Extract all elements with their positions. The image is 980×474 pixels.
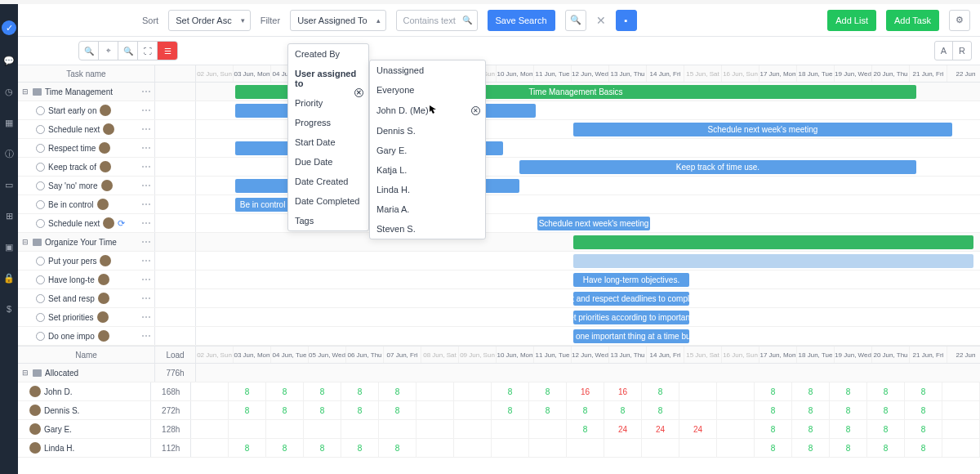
clear-option-icon[interactable]: ✕ — [471, 106, 480, 115]
list-view-icon[interactable]: ☰ — [158, 42, 177, 60]
status-circle-icon[interactable] — [36, 313, 45, 322]
avatar[interactable] — [100, 161, 111, 172]
task-bar[interactable]: Schedule next week's meeting — [537, 217, 650, 230]
more-icon[interactable]: ⋯ — [141, 217, 151, 229]
collapse-icon[interactable]: ⊟ — [21, 369, 29, 377]
avatar[interactable] — [29, 442, 41, 454]
user-option[interactable]: Gary E. — [370, 141, 485, 160]
search-toggle-icon[interactable]: 🔍 — [565, 10, 586, 31]
task-bar[interactable]: Schedule next week's meeting — [573, 123, 952, 136]
filter-option[interactable]: Date Created — [288, 172, 368, 191]
avatar[interactable] — [99, 142, 110, 154]
filter-option[interactable]: Progress — [288, 113, 368, 132]
nav-folder-icon[interactable]: ▭ — [3, 179, 15, 190]
collapse-icon[interactable]: ⊟ — [21, 87, 29, 96]
add-list-button[interactable]: Add List — [827, 10, 876, 31]
avatar[interactable] — [98, 293, 109, 304]
status-circle-icon[interactable] — [36, 332, 45, 341]
avatar[interactable] — [29, 423, 41, 435]
user-option[interactable]: Steven S. — [370, 219, 485, 239]
nav-calendar-icon[interactable]: ▦ — [3, 117, 15, 128]
nav-contact-icon[interactable]: ▣ — [3, 241, 15, 253]
more-icon[interactable]: ⋯ — [141, 161, 151, 172]
more-icon[interactable]: ⋯ — [141, 123, 151, 135]
user-option[interactable]: Unassigned — [370, 60, 485, 80]
filter-select[interactable]: User Assigned To▴ — [290, 10, 385, 31]
status-circle-icon[interactable] — [36, 257, 45, 266]
task-bar[interactable]: Keep track of time use. — [519, 160, 916, 174]
avatar[interactable] — [101, 180, 113, 191]
avatar[interactable] — [103, 217, 114, 229]
bookmark-icon[interactable]: ▪ — [616, 10, 637, 31]
nav-dollar-icon[interactable]: $ — [3, 303, 15, 315]
status-circle-icon[interactable] — [36, 106, 45, 115]
more-icon[interactable]: ⋯ — [141, 142, 151, 154]
status-circle-icon[interactable] — [36, 219, 45, 228]
add-task-button[interactable]: Add Task — [886, 10, 939, 31]
more-icon[interactable]: ⋯ — [141, 180, 151, 191]
status-circle-icon[interactable] — [36, 144, 45, 153]
filter-option[interactable]: Tags — [288, 211, 368, 230]
filter-option[interactable]: Created By — [288, 44, 368, 64]
nav-check-icon[interactable]: ✓ — [2, 20, 16, 35]
task-bar[interactable]: Do one important thing at a time but n — [573, 329, 689, 343]
status-circle-icon[interactable] — [36, 163, 45, 172]
avatar[interactable] — [97, 311, 109, 323]
sort-select[interactable]: Set Order Asc▾ — [168, 10, 250, 31]
user-option[interactable]: Everyone — [370, 80, 485, 100]
user-option[interactable]: Maria A. — [370, 199, 485, 219]
more-icon[interactable]: ⋯ — [141, 255, 151, 266]
nav-lock-icon[interactable]: 🔒 — [3, 272, 15, 284]
toggle-r[interactable]: R — [953, 42, 971, 60]
avatar[interactable] — [98, 330, 109, 342]
search-input[interactable]: Contains text🔍 — [396, 10, 478, 31]
nav-clock-icon[interactable]: ◷ — [3, 86, 15, 97]
status-circle-icon[interactable] — [36, 181, 45, 190]
more-icon[interactable]: ⋯ — [141, 293, 151, 304]
task-bar[interactable]: Set priorities according to importance — [573, 311, 689, 324]
group-bar[interactable] — [573, 235, 973, 249]
task-bar[interactable] — [573, 254, 973, 268]
user-option[interactable]: Dennis S. — [370, 121, 485, 141]
filter-option[interactable]: Priority — [288, 93, 368, 113]
more-icon[interactable]: ⋯ — [141, 86, 151, 97]
avatar[interactable] — [29, 405, 41, 416]
user-option[interactable]: Katja L. — [370, 160, 485, 180]
task-bar[interactable]: Have long-term objectives. — [573, 273, 689, 287]
gear-icon[interactable]: ⚙ — [949, 10, 970, 31]
more-icon[interactable]: ⋯ — [141, 199, 151, 210]
status-circle-icon[interactable] — [36, 275, 45, 284]
more-icon[interactable]: ⋯ — [141, 236, 151, 248]
task-bar[interactable]: Set and respect deadlines to complete — [573, 292, 689, 306]
status-circle-icon[interactable] — [36, 125, 45, 134]
user-option[interactable]: Linda H. — [370, 180, 485, 199]
avatar[interactable] — [98, 274, 109, 285]
more-icon[interactable]: ⋯ — [141, 311, 151, 323]
more-icon[interactable]: ⋯ — [141, 105, 151, 116]
nav-chat-icon[interactable]: 💬 — [3, 55, 15, 66]
more-icon[interactable]: ⋯ — [141, 274, 151, 285]
avatar[interactable] — [97, 199, 109, 210]
filter-option[interactable]: User assigned to✕ — [288, 64, 368, 93]
avatar[interactable] — [100, 255, 111, 266]
save-search-button[interactable]: Save Search — [488, 10, 555, 31]
zoom-search-icon[interactable]: 🔍 — [79, 42, 99, 60]
nav-grid-icon[interactable]: ⊞ — [3, 210, 15, 221]
collapse-icon[interactable]: ⊟ — [21, 238, 29, 246]
status-circle-icon[interactable] — [36, 294, 45, 303]
more-icon[interactable]: ⋯ — [141, 330, 151, 342]
zoom-out-icon[interactable]: 🔍 — [118, 42, 138, 60]
clear-icon[interactable]: ✕ — [596, 14, 606, 27]
toggle-a[interactable]: A — [935, 42, 953, 60]
avatar[interactable] — [103, 123, 114, 135]
avatar[interactable] — [29, 386, 41, 397]
filter-option[interactable]: Start Date — [288, 132, 368, 152]
status-circle-icon[interactable] — [36, 200, 45, 209]
nav-info-icon[interactable]: ⓘ — [3, 148, 15, 159]
filter-option[interactable]: Due Date — [288, 152, 368, 172]
focus-icon[interactable]: ⌖ — [99, 42, 118, 60]
user-option[interactable]: John D. (Me)✕ — [370, 100, 485, 121]
fullscreen-icon[interactable]: ⛶ — [138, 42, 158, 60]
filter-option[interactable]: Date Completed — [288, 191, 368, 211]
avatar[interactable] — [100, 105, 111, 116]
